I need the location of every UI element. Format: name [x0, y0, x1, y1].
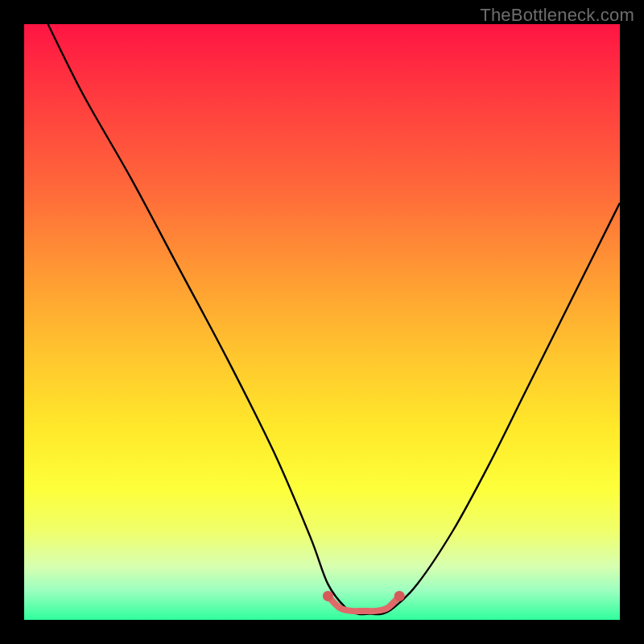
- valley-marker: [323, 591, 333, 601]
- plot-svg: [24, 24, 620, 620]
- plot-area: [24, 24, 620, 620]
- valley-highlight-line: [328, 596, 399, 611]
- valley-marker: [394, 591, 405, 601]
- bottleneck-curve: [48, 24, 620, 614]
- watermark-text: TheBottleneck.com: [480, 5, 634, 26]
- chart-frame: TheBottleneck.com: [0, 0, 644, 644]
